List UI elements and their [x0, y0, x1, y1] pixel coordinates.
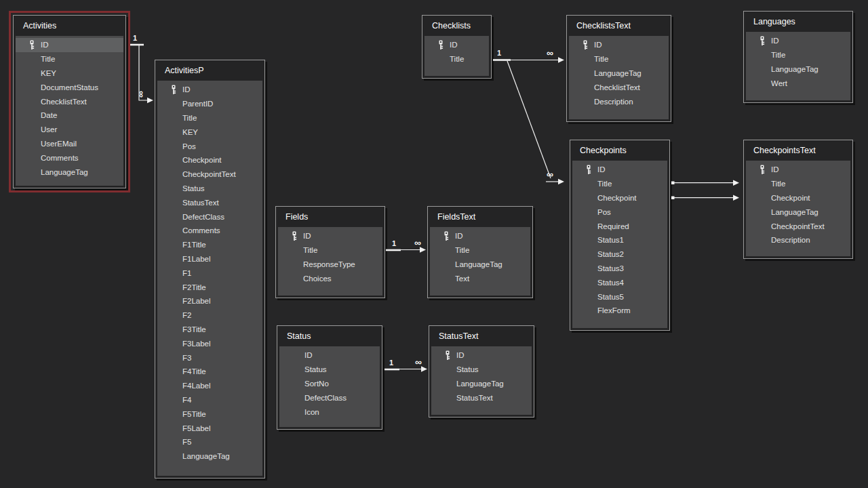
- field-row-icon[interactable]: Icon: [279, 405, 380, 419]
- field-row-status2[interactable]: Status2: [572, 247, 667, 262]
- field-row-statustext[interactable]: StatusText: [431, 390, 532, 405]
- field-row-checklisttext[interactable]: ChecklistText: [16, 94, 123, 108]
- field-row-id[interactable]: ID: [278, 229, 382, 243]
- field-row-title[interactable]: Title: [425, 52, 489, 66]
- field-row-id[interactable]: ID: [279, 348, 380, 363]
- field-row-title[interactable]: Title: [569, 52, 669, 66]
- field-row-f1title[interactable]: F1Title: [157, 238, 262, 252]
- table-title[interactable]: ActivitiesP: [155, 60, 264, 81]
- field-row-status[interactable]: Status: [431, 363, 532, 377]
- field-row-checkpoint[interactable]: Checkpoint: [572, 191, 667, 205]
- relationship-checklists-checkpoints[interactable]: [507, 61, 564, 184]
- field-row-checkpoint[interactable]: Checkpoint: [746, 191, 850, 205]
- relationship-checklists-checkliststext[interactable]: [493, 57, 564, 62]
- field-row-f1[interactable]: F1: [157, 266, 262, 280]
- field-row-languagetag[interactable]: LanguageTag: [157, 449, 262, 464]
- table-title[interactable]: ChecklistsText: [567, 16, 671, 36]
- field-row-responsetype[interactable]: ResponseType: [278, 258, 382, 272]
- field-row-id[interactable]: ID: [157, 83, 262, 97]
- field-row-f3[interactable]: F3: [157, 350, 262, 365]
- field-row-f2title[interactable]: F2Title: [157, 280, 262, 294]
- field-row-sortno[interactable]: SortNo: [279, 377, 380, 391]
- table-statustext[interactable]: StatusText IDStatusLanguageTagStatusText: [429, 325, 534, 418]
- field-row-checkpointtext[interactable]: CheckpointText: [746, 219, 850, 233]
- relationship-checkpoints-checkpointstext-1[interactable]: [671, 180, 739, 186]
- field-row-defectclass[interactable]: DefectClass: [279, 390, 380, 405]
- field-row-f5label[interactable]: F5Label: [157, 421, 262, 435]
- field-row-choices[interactable]: Choices: [278, 271, 382, 285]
- field-row-defectclass[interactable]: DefectClass: [157, 209, 262, 224]
- field-row-id[interactable]: ID: [746, 34, 850, 48]
- field-row-f5[interactable]: F5: [157, 435, 262, 449]
- field-row-languagetag[interactable]: LanguageTag: [746, 62, 850, 77]
- table-title[interactable]: Checkpoints: [570, 140, 669, 161]
- field-row-status[interactable]: Status: [279, 363, 380, 377]
- field-row-f2label[interactable]: F2Label: [157, 294, 262, 308]
- field-row-user[interactable]: User: [16, 123, 123, 137]
- table-title[interactable]: Checklists: [422, 16, 491, 36]
- table-checkpointstext[interactable]: CheckpointsText IDTitleCheckpointLanguag…: [743, 140, 853, 259]
- field-row-comments[interactable]: Comments: [16, 150, 123, 165]
- table-title[interactable]: Languages: [744, 12, 852, 32]
- field-row-useremail[interactable]: UserEMail: [16, 137, 123, 151]
- field-row-id[interactable]: ID: [425, 38, 489, 52]
- field-row-documentstatus[interactable]: DocumentStatus: [16, 80, 123, 94]
- table-title[interactable]: FieldsText: [428, 207, 532, 227]
- field-row-id[interactable]: ID: [572, 163, 667, 177]
- table-title[interactable]: Activities: [14, 16, 125, 36]
- table-languages[interactable]: Languages IDTitleLanguageTagWert: [743, 11, 853, 103]
- field-row-f4title[interactable]: F4Title: [157, 365, 262, 379]
- field-row-id[interactable]: ID: [746, 163, 850, 177]
- field-row-checklisttext[interactable]: ChecklistText: [569, 80, 669, 94]
- table-fieldstext[interactable]: FieldsText IDTitleLanguageTagText: [427, 206, 533, 298]
- field-row-pos[interactable]: Pos: [572, 205, 667, 219]
- table-fields[interactable]: Fields IDTitleResponseTypeChoices: [275, 206, 385, 298]
- field-row-id[interactable]: ID: [430, 229, 530, 243]
- table-title[interactable]: StatusText: [429, 326, 534, 346]
- field-row-key[interactable]: KEY: [16, 66, 123, 81]
- field-row-checkpointtext[interactable]: CheckpointText: [157, 167, 262, 182]
- field-row-f1label[interactable]: F1Label: [157, 252, 262, 266]
- field-row-date[interactable]: Date: [16, 108, 123, 123]
- field-row-id[interactable]: ID: [569, 38, 669, 52]
- field-row-id[interactable]: ID: [431, 348, 532, 363]
- field-row-f4label[interactable]: F4Label: [157, 379, 262, 393]
- field-row-f2[interactable]: F2: [157, 308, 262, 323]
- table-checkpoints[interactable]: Checkpoints IDTitleCheckpointPosRequired…: [570, 140, 670, 331]
- field-row-title[interactable]: Title: [746, 48, 850, 62]
- table-title[interactable]: Fields: [276, 207, 384, 227]
- field-row-statustext[interactable]: StatusText: [157, 195, 262, 209]
- field-row-title[interactable]: Title: [278, 243, 382, 258]
- table-checkliststext[interactable]: ChecklistsText IDTitleLanguageTagCheckli…: [566, 15, 671, 122]
- field-row-comments[interactable]: Comments: [157, 224, 262, 238]
- field-row-key[interactable]: KEY: [157, 125, 262, 139]
- field-row-text[interactable]: Text: [430, 271, 530, 285]
- field-row-languagetag[interactable]: LanguageTag: [430, 258, 530, 272]
- field-row-status4[interactable]: Status4: [572, 275, 667, 289]
- table-activities[interactable]: Activities IDTitleKEYDocumentStatusCheck…: [13, 15, 126, 188]
- field-row-title[interactable]: Title: [16, 52, 123, 66]
- table-title[interactable]: Status: [277, 326, 382, 346]
- field-row-f4[interactable]: F4: [157, 393, 262, 407]
- field-row-languagetag[interactable]: LanguageTag: [569, 66, 669, 81]
- field-row-id[interactable]: ID: [16, 38, 123, 52]
- field-row-parentid[interactable]: ParentID: [157, 97, 262, 111]
- table-checklists[interactable]: Checklists IDTitle: [422, 15, 492, 79]
- field-row-title[interactable]: Title: [746, 177, 850, 191]
- field-row-f3title[interactable]: F3Title: [157, 323, 262, 337]
- relationship-checkpoints-checkpointstext-2[interactable]: [671, 195, 739, 201]
- field-row-description[interactable]: Description: [746, 233, 850, 247]
- field-row-title[interactable]: Title: [430, 243, 530, 258]
- field-row-wert[interactable]: Wert: [746, 76, 850, 90]
- field-row-languagetag[interactable]: LanguageTag: [16, 165, 123, 179]
- field-row-languagetag[interactable]: LanguageTag: [746, 205, 850, 219]
- field-row-title[interactable]: Title: [157, 111, 262, 125]
- field-row-checkpoint[interactable]: Checkpoint: [157, 153, 262, 167]
- field-row-status5[interactable]: Status5: [572, 289, 667, 304]
- field-row-f5title[interactable]: F5Title: [157, 407, 262, 421]
- field-row-status1[interactable]: Status1: [572, 233, 667, 247]
- table-title[interactable]: CheckpointsText: [744, 140, 852, 161]
- field-row-languagetag[interactable]: LanguageTag: [431, 377, 532, 391]
- field-row-required[interactable]: Required: [572, 219, 667, 233]
- field-row-status[interactable]: Status: [157, 182, 262, 196]
